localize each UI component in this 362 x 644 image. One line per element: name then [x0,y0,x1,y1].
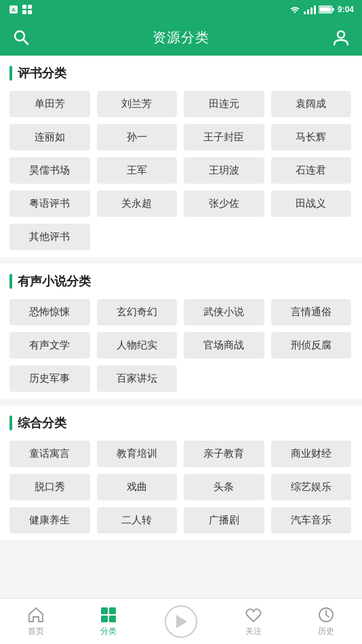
play-triangle-icon [176,615,187,628]
notification-icon: A [8,4,19,15]
tag-item[interactable]: 教育培训 [97,441,178,467]
search-icon[interactable] [12,28,30,46]
svg-rect-5 [28,10,32,14]
history-icon [317,606,335,624]
nav-item-play[interactable] [145,599,218,644]
nav-item-category[interactable]: 分类 [73,599,145,644]
tag-item[interactable]: 孙一 [97,124,178,150]
section-pingshufenlei: 评书分类单田芳刘兰芳田连元袁阔成连丽如孙一王子封臣马长辉昊儒书场王军王玥波石连君… [0,56,362,257]
tag-grid: 单田芳刘兰芳田连元袁阔成连丽如孙一王子封臣马长辉昊儒书场王军王玥波石连君粤语评书… [9,91,353,250]
svg-point-11 [338,31,344,38]
section-header: 有声小说分类 [9,273,353,289]
svg-rect-3 [28,5,32,9]
section-accent-bar [9,66,12,81]
tag-item[interactable]: 石连君 [271,157,352,184]
section-header: 评书分类 [9,65,353,81]
section-zonghefenlei: 综合分类童话寓言教育培训亲子教育商业财经脱口秀戏曲头条综艺娱乐健康养生二人转广播… [0,405,362,540]
tag-item[interactable]: 连丽如 [9,124,90,150]
bottom-nav: 首页 分类 关注 历史 [0,598,362,644]
svg-rect-4 [22,10,26,14]
nav-follow-label: 关注 [245,626,262,637]
tag-item[interactable]: 历史军事 [9,365,90,392]
svg-rect-7 [332,8,334,11]
play-button[interactable] [165,605,197,638]
status-bar: A 9:04 [0,0,362,19]
tag-item[interactable]: 刘兰芳 [97,91,178,117]
nav-history-label: 历史 [318,626,334,637]
tag-item[interactable]: 人物纪实 [97,332,178,359]
tag-item[interactable]: 王子封臣 [184,124,264,150]
tag-item[interactable]: 亲子教育 [184,441,264,467]
svg-rect-13 [109,607,116,614]
svg-rect-14 [101,616,108,622]
tag-item[interactable]: 健康养生 [9,507,90,534]
tag-item[interactable]: 马长辉 [271,124,352,150]
time-display: 9:04 [338,5,354,14]
tag-item[interactable]: 商业财经 [271,441,352,467]
tag-item[interactable]: 关永超 [97,190,178,217]
content-area: 评书分类单田芳刘兰芳田连元袁阔成连丽如孙一王子封臣马长辉昊儒书场王军王玥波石连君… [0,56,362,595]
svg-line-10 [24,40,28,45]
section-youshengxiaoshuofenlei: 有声小说分类恐怖惊悚玄幻奇幻武侠小说言情通俗有声文学人物纪实官场商战刑侦反腐历史… [0,264,362,399]
tag-item[interactable]: 其他评书 [9,224,90,250]
user-icon[interactable] [332,28,350,46]
status-right: 9:04 [289,5,354,14]
app-icon [22,4,33,15]
nav-item-home[interactable]: 首页 [0,599,73,644]
tag-item[interactable]: 言情通俗 [271,299,352,325]
section-title: 有声小说分类 [18,273,91,289]
tag-item[interactable]: 刑侦反腐 [271,332,352,359]
tag-item[interactable]: 广播剧 [184,507,264,534]
svg-rect-15 [109,616,116,622]
section-title: 综合分类 [18,415,66,431]
signal-icon [304,5,316,14]
tag-item[interactable]: 王玥波 [184,157,264,184]
nav-item-history[interactable]: 历史 [289,599,362,644]
section-title: 评书分类 [18,65,66,81]
tag-item[interactable]: 有声文学 [9,332,90,359]
tag-item[interactable]: 田连元 [184,91,264,117]
tag-item[interactable]: 童话寓言 [9,441,90,467]
tag-item[interactable]: 昊儒书场 [9,157,90,184]
section-header: 综合分类 [9,415,353,431]
tag-item[interactable]: 田战义 [271,190,352,217]
nav-item-follow[interactable]: 关注 [217,599,289,644]
battery-icon [319,5,335,14]
svg-text:A: A [12,7,16,13]
section-accent-bar [9,274,12,289]
tag-item[interactable]: 袁阔成 [271,91,352,117]
top-bar: 资源分类 [0,19,362,56]
status-left: A [8,4,33,15]
tag-grid: 恐怖惊悚玄幻奇幻武侠小说言情通俗有声文学人物纪实官场商战刑侦反腐历史军事百家讲坛 [9,299,353,392]
tag-item[interactable]: 粤语评书 [9,190,90,217]
tag-item[interactable]: 武侠小说 [184,299,264,325]
home-icon [27,606,45,624]
nav-category-label: 分类 [100,626,117,637]
tag-grid: 童话寓言教育培训亲子教育商业财经脱口秀戏曲头条综艺娱乐健康养生二人转广播剧汽车音… [9,441,353,534]
tag-item[interactable]: 官场商战 [184,332,264,359]
tag-item[interactable]: 百家讲坛 [97,365,178,392]
tag-item[interactable]: 恐怖惊悚 [9,299,90,325]
category-icon [100,606,117,624]
tag-item[interactable]: 单田芳 [9,91,90,117]
tag-item[interactable]: 脱口秀 [9,474,90,500]
tag-item[interactable]: 张少佐 [184,190,264,217]
svg-rect-8 [319,7,331,12]
tag-item[interactable]: 二人转 [97,507,178,534]
tag-item[interactable]: 头条 [184,474,264,500]
page-title: 资源分类 [153,28,209,47]
follow-icon [245,606,262,624]
section-accent-bar [9,416,12,430]
tag-item[interactable]: 玄幻奇幻 [97,299,178,325]
tag-item[interactable]: 王军 [97,157,178,184]
svg-rect-12 [101,607,108,614]
svg-rect-2 [22,5,26,9]
tag-item[interactable]: 汽车音乐 [271,507,352,534]
nav-home-label: 首页 [28,626,44,637]
wifi-icon [289,5,301,14]
tag-item[interactable]: 戏曲 [97,474,178,500]
tag-item[interactable]: 综艺娱乐 [271,474,352,500]
